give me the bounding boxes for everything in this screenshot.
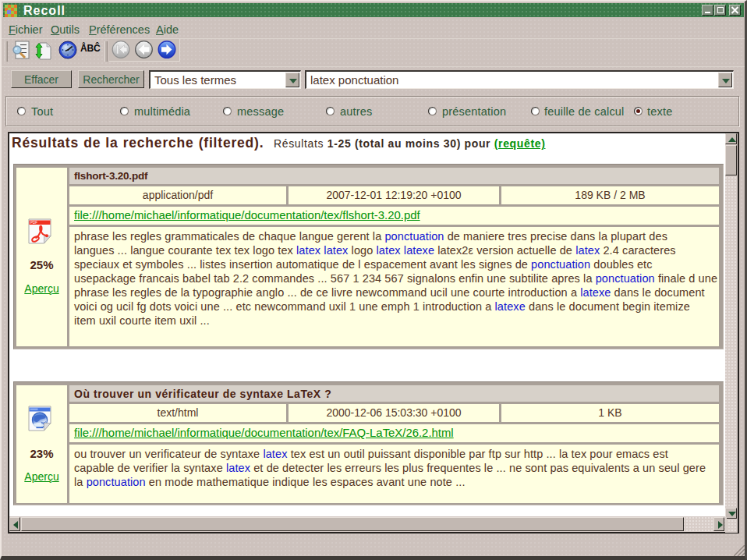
svg-text:PDF: PDF [30, 221, 37, 225]
